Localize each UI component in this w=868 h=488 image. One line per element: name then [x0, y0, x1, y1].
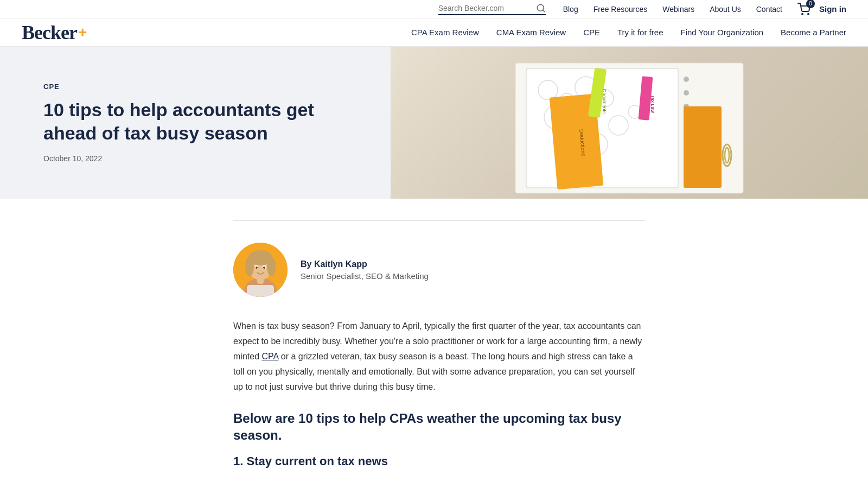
- article-body: When is tax busy season? From January to…: [233, 319, 646, 468]
- svg-point-7: [684, 90, 689, 96]
- svg-point-37: [267, 257, 276, 276]
- nav-cpa-exam-review[interactable]: CPA Exam Review: [411, 28, 479, 37]
- main-nav-links: CPA Exam Review CMA Exam Review CPE Try …: [411, 28, 846, 37]
- svg-point-6: [684, 77, 689, 82]
- svg-point-3: [808, 14, 809, 15]
- logo-link[interactable]: Becker +: [22, 21, 87, 44]
- sign-in-button[interactable]: Sign in: [819, 4, 846, 14]
- nav-cpe[interactable]: CPE: [583, 28, 600, 37]
- cart-count: 0: [806, 0, 815, 8]
- svg-line-1: [542, 10, 544, 11]
- author-block: By Kaitlyn Kapp Senior Specialist, SEO &…: [233, 243, 646, 297]
- cpa-link[interactable]: CPA: [261, 352, 278, 361]
- top-nav-links: Blog Free Resources Webinars About Us Co…: [563, 5, 782, 14]
- svg-point-36: [245, 257, 254, 276]
- article-title: 10 tips to help accountants get ahead of…: [43, 98, 358, 144]
- tip1-heading: 1. Stay current on tax news: [233, 454, 646, 468]
- nav-become-partner[interactable]: Become a Partner: [781, 28, 846, 37]
- svg-text:Tax Law: Tax Law: [650, 95, 655, 113]
- svg-text:Documents: Documents: [602, 89, 607, 114]
- svg-rect-23: [684, 106, 722, 188]
- svg-point-41: [263, 267, 265, 269]
- logo-text: Becker: [22, 21, 77, 44]
- section-heading: Below are 10 tips to help CPAs weather t…: [233, 410, 646, 443]
- nav-find-org[interactable]: Find Your Organization: [680, 28, 763, 37]
- svg-rect-42: [247, 285, 274, 297]
- nav-contact[interactable]: Contact: [756, 5, 782, 14]
- svg-point-2: [802, 14, 803, 15]
- article-date: October 10, 2022: [43, 154, 358, 163]
- main-navigation: Becker + CPA Exam Review CMA Exam Review…: [0, 18, 868, 47]
- search-form[interactable]: [438, 3, 546, 15]
- hero-content: CPE 10 tips to help accountants get ahea…: [0, 47, 391, 199]
- nav-free-resources[interactable]: Free Resources: [593, 5, 648, 14]
- article-intro: When is tax busy season? From January to…: [233, 319, 646, 395]
- author-name: By Kaitlyn Kapp: [301, 259, 429, 269]
- nav-about-us[interactable]: About Us: [710, 5, 741, 14]
- author-info: By Kaitlyn Kapp Senior Specialist, SEO &…: [301, 259, 429, 281]
- illustration-svg: Documents Tax Law Deductions: [472, 47, 787, 199]
- svg-point-40: [256, 267, 258, 269]
- hero-illustration: Documents Tax Law Deductions: [391, 47, 868, 199]
- search-icon: [536, 3, 546, 13]
- content-divider: [233, 220, 646, 221]
- nav-try-free[interactable]: Try it for free: [617, 28, 663, 37]
- nav-cma-exam-review[interactable]: CMA Exam Review: [496, 28, 566, 37]
- article-category: CPE: [43, 83, 358, 91]
- hero-section: CPE 10 tips to help accountants get ahea…: [0, 47, 868, 199]
- author-job-title: Senior Specialist, SEO & Marketing: [301, 271, 429, 281]
- search-input[interactable]: [438, 4, 536, 12]
- hero-image: Documents Tax Law Deductions: [391, 47, 868, 199]
- nav-webinars[interactable]: Webinars: [662, 5, 694, 14]
- cart-button[interactable]: 0: [787, 3, 810, 16]
- author-avatar: [233, 243, 288, 297]
- top-navigation: Blog Free Resources Webinars About Us Co…: [0, 0, 868, 18]
- nav-blog[interactable]: Blog: [563, 5, 578, 14]
- avatar-image: [233, 243, 288, 297]
- logo-plus: +: [78, 25, 87, 40]
- content-area: By Kaitlyn Kapp Senior Specialist, SEO &…: [190, 199, 678, 488]
